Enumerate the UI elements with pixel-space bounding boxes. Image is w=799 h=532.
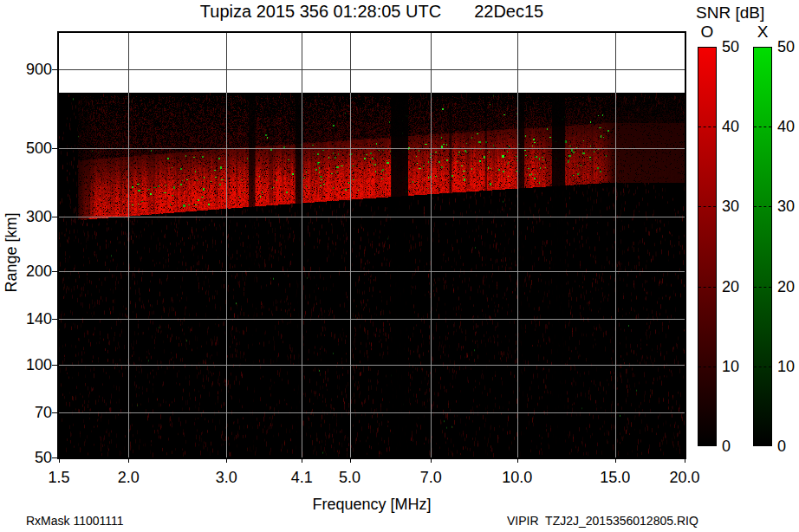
x-tick-mark <box>128 458 129 463</box>
y-tick-label: 900 <box>0 61 52 79</box>
y-tick-mark <box>52 148 57 149</box>
x-tick-mark <box>615 458 616 463</box>
colorbar-tick-mark <box>754 206 771 207</box>
y-tick-mark <box>52 69 57 70</box>
colorbar-tick-label: 40 <box>777 118 799 136</box>
x-tick-label: 20.0 <box>657 469 712 487</box>
o-mode-label: O <box>698 23 717 42</box>
x-axis-label: Frequency [MHz] <box>59 496 685 514</box>
colorbar-tick-label: 30 <box>722 198 748 216</box>
title-text: Tupiza 2015 356 01:28:05 UTC <box>200 2 441 21</box>
title-date: 22Dec15 <box>474 2 543 21</box>
y-tick-mark <box>52 319 57 320</box>
y-tick-mark <box>52 271 57 272</box>
y-tick-label: 300 <box>0 208 52 226</box>
x-tick-mark <box>302 458 302 463</box>
x-tick-mark <box>517 458 518 463</box>
plot-title: Tupiza 2015 356 01:28:05 UTC22Dec15 <box>59 2 685 22</box>
x-mode-label: X <box>753 23 772 42</box>
x-tick-label: 2.0 <box>101 469 156 487</box>
rxmask-text: RxMask 11001111 <box>26 514 124 528</box>
colorbar-tick-mark <box>698 367 716 367</box>
colorbar-tick-label: 10 <box>722 358 748 376</box>
x-tick-label: 10.0 <box>490 469 545 487</box>
colorbar-tick-label: 20 <box>777 278 799 296</box>
colorbar-tick-label: 0 <box>777 438 799 456</box>
colorbar-tick-mark <box>698 127 716 127</box>
x-tick-mark <box>59 458 60 463</box>
y-tick-label: 70 <box>0 404 52 422</box>
o-mode-colorbar <box>698 47 717 446</box>
x-tick-label: 15.0 <box>588 469 643 487</box>
colorbar-tick-mark <box>754 287 771 288</box>
y-tick-mark <box>52 365 57 366</box>
x-tick-mark <box>685 458 685 463</box>
x-tick-label: 1.5 <box>31 469 87 487</box>
x-tick-mark <box>431 458 432 463</box>
colorbar-tick-label: 0 <box>722 438 748 456</box>
colorbar-tick-label: 50 <box>722 38 748 56</box>
y-tick-label: 140 <box>0 310 52 328</box>
colorbar-tick-mark <box>698 206 716 207</box>
x-tick-mark <box>350 458 351 463</box>
colorbar-tick-mark <box>754 127 771 127</box>
x-tick-label: 5.0 <box>322 469 378 487</box>
x-tick-label: 3.0 <box>198 469 254 487</box>
y-tick-mark <box>52 217 57 217</box>
y-tick-mark <box>52 412 57 413</box>
colorbar-tick-label: 30 <box>777 198 799 216</box>
y-tick-mark <box>52 457 57 458</box>
colorbar-tick-label: 20 <box>722 278 748 296</box>
colorbar-tick-mark <box>698 287 716 288</box>
x-mode-colorbar <box>753 47 772 446</box>
x-tick-label: 7.0 <box>403 469 458 487</box>
y-tick-label: 50 <box>0 449 52 467</box>
x-tick-mark <box>226 458 227 463</box>
colorbar-title: SNR [dB] <box>696 3 764 23</box>
colorbar-tick-label: 10 <box>777 358 799 376</box>
ionogram-frame <box>57 31 686 459</box>
colorbar-tick-label: 40 <box>722 118 748 136</box>
colorbar-tick-mark <box>754 367 771 367</box>
colorbar-tick-label: 50 <box>777 38 799 56</box>
ionogram-plot <box>59 33 685 457</box>
source-file-text: VIPIR TZJ2J_2015356012805.RIQ <box>507 514 698 528</box>
y-tick-label: 500 <box>0 139 52 158</box>
y-tick-label: 100 <box>0 356 52 374</box>
y-tick-label: 200 <box>0 263 52 281</box>
